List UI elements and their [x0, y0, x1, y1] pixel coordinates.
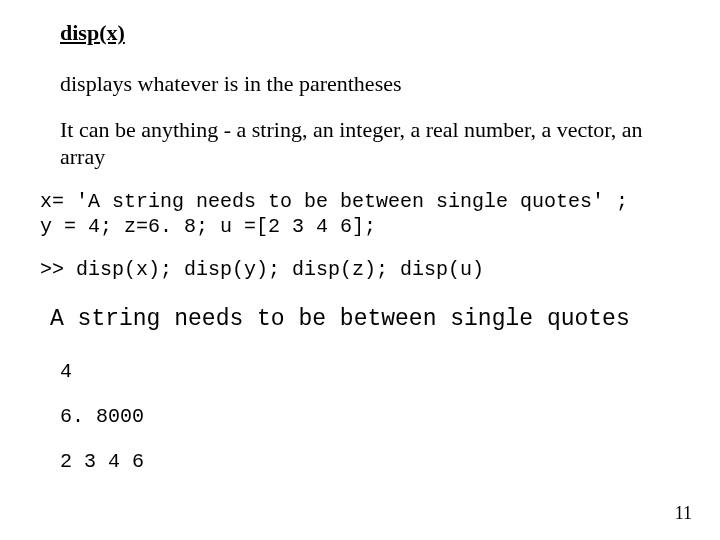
output-u-result: 2 3 4 6	[60, 450, 680, 473]
code-disp-call: >> disp(x); disp(y); disp(z); disp(u)	[40, 257, 680, 282]
output-y-result: 4	[60, 360, 680, 383]
code-line-1: x= 'A string needs to be between single …	[40, 190, 628, 213]
code-assignment-block: x= 'A string needs to be between single …	[40, 189, 680, 239]
function-title: disp(x)	[60, 20, 680, 46]
output-z-result: 6. 8000	[60, 405, 680, 428]
description-line-2: It can be anything - a string, an intege…	[60, 116, 660, 171]
description-line-1: displays whatever is in the parentheses	[60, 70, 660, 98]
page-number: 11	[675, 503, 692, 524]
output-string-result: A string needs to be between single quot…	[50, 306, 680, 332]
code-line-2: y = 4; z=6. 8; u =[2 3 4 6];	[40, 215, 376, 238]
